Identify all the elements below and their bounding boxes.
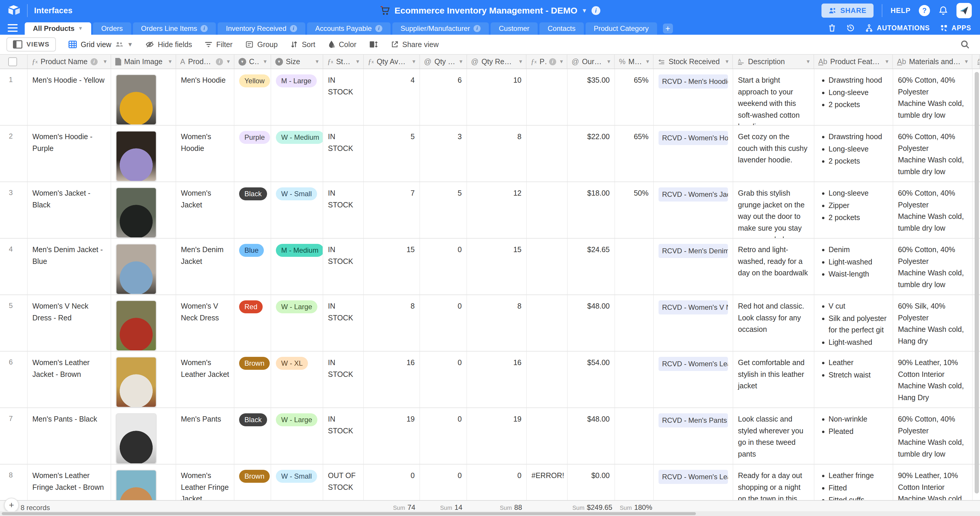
cell-description[interactable]: Red hot and classic. Look classy for any… [733, 295, 815, 351]
cell-name[interactable]: Men's Denim Jacket - Blue [28, 239, 111, 295]
cell-qty_restocked[interactable]: 8 [467, 295, 527, 351]
filter-button[interactable]: Filter [204, 40, 233, 49]
cell-color[interactable]: Purple [234, 126, 271, 182]
cell-qty_available[interactable]: 5 [364, 126, 420, 182]
cell-size[interactable]: W - Medium [271, 126, 323, 182]
cell-status[interactable]: IN STOCK [323, 408, 364, 464]
cell-status[interactable]: IN STOCK [323, 182, 364, 238]
cell-size[interactable]: W - Small [271, 182, 323, 238]
cell-materials[interactable]: 60% Cotton, 40% PolyesterMachine Wash co… [893, 69, 973, 125]
column-header-margin[interactable]: %Margin▼ [615, 55, 654, 68]
cell-features[interactable]: Leather fringeFittedFitted cuffs [815, 465, 893, 501]
automations-button[interactable]: AUTOMATIONS [865, 24, 930, 32]
cell-color[interactable]: Black [234, 408, 271, 464]
cell-margin[interactable] [615, 239, 654, 295]
product-photo[interactable] [116, 244, 156, 295]
views-button[interactable]: VIEWS [6, 37, 56, 51]
cell-price[interactable] [527, 295, 568, 351]
cell-our_cost[interactable]: $24.65 [568, 239, 615, 295]
cell-stock_received[interactable]: RCVD - Men's Pants - Black (1 [654, 408, 733, 464]
cell-stock_received[interactable]: RCVD - Women's Hoodie - Pu [654, 126, 733, 182]
cell-qty_restocked[interactable]: 8 [467, 126, 527, 182]
column-header-description[interactable]: ADescription▼ [733, 55, 814, 68]
summary-qty_sold[interactable]: Sum14 [420, 503, 467, 511]
cell-margin[interactable] [615, 408, 654, 464]
cell-features[interactable]: Non-wrinklePleated [815, 408, 893, 464]
column-header-stock_received[interactable]: Stock Received▼ [654, 55, 733, 68]
cell-qty_available[interactable]: 8 [364, 295, 420, 351]
summary-qty_restocked[interactable]: Sum88 [467, 503, 527, 511]
cell-size[interactable]: W - XL [271, 352, 323, 408]
column-header-overflow[interactable]: A [972, 55, 980, 68]
cell-stock_received[interactable]: RCVD - Women's Jacket - Bla [654, 182, 733, 238]
vertical-scrollbar-thumb[interactable] [975, 72, 979, 493]
cell-name[interactable]: Men's Pants - Black [28, 408, 111, 464]
cell-product[interactable]: Men's Hoodie [176, 69, 234, 125]
cell-status[interactable]: IN STOCK [323, 295, 364, 351]
linked-record-chip[interactable]: RCVD - Women's Leather Frin [659, 470, 728, 484]
cell-stock_received[interactable]: RCVD - Women's Leather Jack [654, 352, 733, 408]
cell-qty_restocked[interactable]: 0 [467, 465, 527, 501]
column-header-color[interactable]: ▼Color▼ [234, 55, 271, 68]
cell-color[interactable]: Brown [234, 352, 271, 408]
airtable-logo-icon[interactable] [8, 5, 21, 16]
base-title[interactable]: Ecommerce Inventory Management - DEMO [395, 6, 578, 16]
linked-record-chip[interactable]: RCVD - Men's Hoodie - Yellow [659, 75, 728, 89]
cell-qty_sold[interactable]: 0 [420, 295, 467, 351]
cell-our_cost[interactable]: $48.00 [568, 408, 615, 464]
cell-price[interactable] [527, 69, 568, 125]
linked-record-chip[interactable]: RCVD - Women's Leather Jack [659, 357, 728, 371]
interfaces-label[interactable]: Interfaces [34, 6, 73, 15]
column-header-size[interactable]: ▼Size▼ [271, 55, 323, 68]
cell-features[interactable]: DenimLight-washedWaist-length [815, 239, 893, 295]
column-chevron-down-icon[interactable]: ▼ [226, 59, 231, 65]
cell-product[interactable]: Women's V Neck Dress [176, 295, 234, 351]
cell-qty_restocked[interactable]: 19 [467, 408, 527, 464]
cell-materials[interactable]: 60% Cotton, 40% PolyesterMachine Wash co… [893, 408, 973, 464]
cell-image[interactable] [111, 295, 176, 351]
cell-qty_sold[interactable]: 3 [420, 126, 467, 182]
cell-our_cost[interactable]: $18.00 [568, 182, 615, 238]
cell-status[interactable]: IN STOCK [323, 126, 364, 182]
product-photo[interactable] [116, 187, 156, 238]
cell-qty_available[interactable]: 15 [364, 239, 420, 295]
column-chevron-down-icon[interactable]: ▼ [806, 59, 811, 65]
column-chevron-down-icon[interactable]: ▼ [724, 59, 729, 65]
linked-record-chip[interactable]: RCVD - Women's Hoodie - Pu [659, 131, 728, 145]
cell-image[interactable] [111, 465, 176, 501]
column-header-features[interactable]: AbProduct Features▼ [814, 55, 893, 68]
column-chevron-down-icon[interactable]: ▼ [458, 59, 463, 65]
apps-button[interactable]: APPS [940, 24, 971, 32]
linked-record-chip[interactable]: RCVD - Men's Denim Jacket - [659, 244, 728, 258]
workspace-avatar[interactable] [956, 3, 972, 18]
product-photo[interactable] [116, 75, 156, 125]
cell-features[interactable]: Drawstring hoodLong-sleeve2 pockets [815, 126, 893, 182]
cell-qty_restocked[interactable]: 10 [467, 69, 527, 125]
column-chevron-down-icon[interactable]: ▼ [518, 59, 523, 65]
trash-icon[interactable] [828, 24, 836, 32]
help-button[interactable]: HELP [891, 6, 911, 15]
cell-color[interactable]: Black [234, 182, 271, 238]
product-photo[interactable] [116, 131, 156, 182]
column-header-qty_sold[interactable]: @Qty Sold▼ [420, 55, 467, 68]
cell-product[interactable]: Women's Leather Fringe Jacket [176, 465, 234, 501]
cell-qty_restocked[interactable]: 12 [467, 182, 527, 238]
cell-color[interactable]: Red [234, 295, 271, 351]
title-chevron-down-icon[interactable]: ▼ [581, 7, 587, 14]
cell-margin[interactable] [615, 352, 654, 408]
product-photo[interactable] [116, 300, 156, 351]
cell-qty_restocked[interactable]: 15 [467, 239, 527, 295]
product-photo[interactable] [116, 357, 156, 408]
cell-size[interactable]: W - Small [271, 465, 323, 501]
cell-description[interactable]: Grab this stylish grunge jacket on the w… [733, 182, 815, 238]
grid-view-switcher[interactable]: Grid view ▼ [68, 40, 133, 49]
summary-qty_available[interactable]: Sum74 [364, 503, 420, 511]
cell-features[interactable]: Drawstring hoodLong-sleeve2 pockets [815, 69, 893, 125]
cell-qty_available[interactable]: 0 [364, 465, 420, 501]
column-header-qty_available[interactable]: ƒxQty Available▼ [364, 55, 420, 68]
cell-image[interactable] [111, 239, 176, 295]
cell-name[interactable]: Women's V Neck Dress - Red [28, 295, 111, 351]
group-button[interactable]: Group [245, 40, 278, 49]
tab-product-category[interactable]: Product Category [585, 22, 657, 35]
select-all-checkbox[interactable] [8, 57, 17, 66]
